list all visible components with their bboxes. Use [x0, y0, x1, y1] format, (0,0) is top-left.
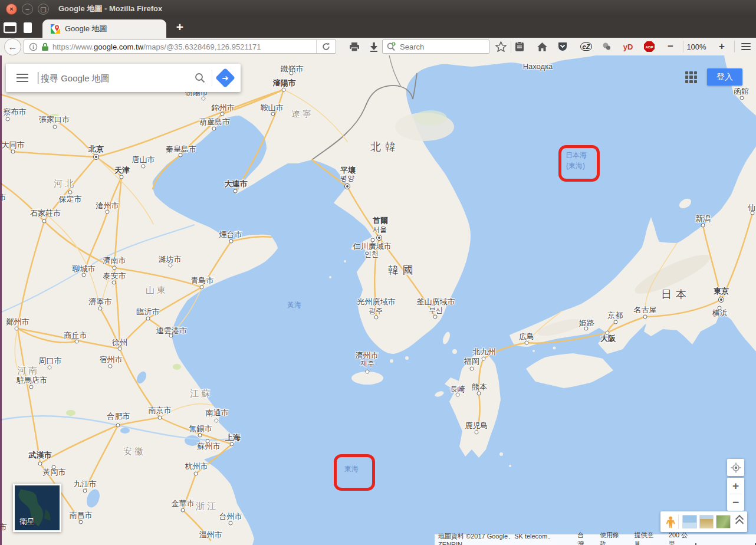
site-info-icon[interactable]	[29, 42, 38, 51]
capital-marker	[718, 297, 724, 303]
city-marker	[206, 439, 210, 444]
window-titlebar: × – ▢ Google 地圖 - Mozilla Firefox	[0, 0, 756, 18]
map-label: 駐馬店市	[17, 375, 47, 386]
page-icon[interactable]	[21, 22, 34, 34]
search-input[interactable]	[399, 42, 489, 52]
map-label: Находка	[523, 62, 553, 71]
zoom-in-button[interactable]: +	[714, 39, 729, 54]
my-location-button[interactable]	[727, 459, 744, 476]
bookmarks-menu-icon[interactable]	[512, 39, 527, 54]
city-marker	[15, 327, 19, 331]
url-bar[interactable]: https://www.google.com.tw/maps/@35.63284…	[24, 40, 336, 54]
url-scheme: https://www.	[52, 42, 94, 51]
city-marker	[109, 365, 113, 369]
city-marker	[470, 367, 474, 371]
map-label: 南通市	[206, 408, 229, 418]
adblock-plus-icon[interactable]: ABP	[642, 39, 657, 54]
city-marker	[212, 127, 216, 131]
city-marker	[215, 419, 219, 423]
map-label: 上海	[225, 432, 241, 443]
collapse-chevron-icon[interactable]	[737, 518, 742, 526]
city-marker	[116, 423, 120, 428]
city-marker	[52, 465, 56, 470]
city-marker	[146, 317, 150, 321]
maps-search-icon[interactable]	[194, 72, 206, 84]
download-icon[interactable]	[366, 39, 382, 54]
session-extension-icon[interactable]	[599, 39, 614, 54]
city-marker	[194, 472, 198, 476]
menu-hamburger-icon[interactable]	[738, 39, 754, 54]
city-marker	[75, 340, 79, 344]
map-label: 九江市	[74, 479, 97, 490]
google-apps-grid-icon[interactable]	[685, 71, 697, 83]
city-marker	[477, 392, 481, 396]
browser-window-icon[interactable]	[4, 22, 17, 34]
map-label: 宿州市	[100, 354, 123, 365]
annotation-red-box	[558, 145, 600, 182]
home-icon[interactable]	[534, 39, 550, 54]
zoom-level[interactable]: 100%	[685, 39, 708, 54]
text-caret	[38, 72, 38, 84]
sign-in-button[interactable]: 登入	[707, 68, 742, 86]
city-marker	[643, 315, 647, 319]
city-marker	[53, 125, 57, 129]
satellite-view-toggle[interactable]: 衛星	[13, 484, 61, 532]
window-minimize-button[interactable]: –	[22, 4, 33, 15]
city-marker	[42, 219, 47, 224]
city-marker	[234, 189, 238, 193]
bookmark-star-icon[interactable]	[493, 39, 508, 54]
imagery-thumbnail[interactable]	[716, 515, 731, 528]
new-tab-button[interactable]: +	[172, 20, 188, 34]
city-marker	[221, 112, 225, 116]
imagery-thumbnail[interactable]	[699, 515, 714, 528]
print-icon[interactable]	[347, 39, 362, 54]
region-link[interactable]: 台灣	[577, 531, 589, 545]
city-marker	[142, 165, 146, 169]
yd-extension-icon[interactable]: yD	[620, 39, 636, 54]
map-label: 南京市	[149, 405, 172, 416]
maps-search-card[interactable]: ➜	[6, 64, 241, 92]
city-marker	[6, 117, 10, 122]
pegman-icon[interactable]	[665, 514, 676, 530]
https-lock-icon[interactable]	[41, 42, 49, 51]
maps-search-input[interactable]	[40, 73, 194, 84]
city-marker	[181, 508, 185, 513]
city-marker	[229, 239, 234, 244]
map-zoom-out-button[interactable]: −	[727, 494, 744, 510]
search-engine-icon[interactable]	[386, 42, 397, 51]
terms-link[interactable]: 使用條款	[600, 531, 623, 545]
map-label: 瀋陽市	[273, 78, 296, 88]
imagery-thumbnail[interactable]	[682, 515, 697, 528]
maps-menu-icon[interactable]	[17, 71, 28, 84]
zoom-out-button[interactable]: −	[663, 39, 678, 54]
map-zoom-in-button[interactable]: +	[727, 478, 744, 494]
map-label: 山東	[146, 285, 168, 296]
map-label: 日本	[661, 287, 691, 301]
navigation-toolbar: ← https://www.google.com.tw/maps/@35.632…	[0, 38, 756, 56]
back-button[interactable]: ←	[4, 38, 21, 55]
tab-google-maps[interactable]: Google 地圖	[42, 19, 166, 38]
reload-icon[interactable]	[322, 42, 330, 51]
browser-search-box[interactable]	[382, 40, 489, 54]
city-marker	[29, 385, 34, 389]
map-canvas[interactable]: 察布市張家口市大同市北京唐山市秦皇島市天津保定市滄州市石家莊市市聊城市濟南市泰安…	[0, 55, 756, 545]
pocket-icon[interactable]	[555, 39, 570, 54]
city-marker	[751, 211, 755, 215]
city-marker	[106, 210, 110, 214]
city-marker	[38, 462, 42, 466]
feedback-link[interactable]: 提供意見	[634, 531, 658, 545]
directions-button[interactable]: ➜	[215, 68, 235, 88]
map-label: 溫州市	[199, 530, 222, 540]
city-marker	[179, 153, 183, 157]
city-marker	[456, 393, 460, 397]
city-marker	[82, 273, 86, 277]
window-maximize-button[interactable]: ▢	[38, 4, 49, 15]
city-marker	[525, 341, 529, 345]
window-close-button[interactable]: ×	[6, 4, 17, 15]
map-label: 浙江	[196, 501, 218, 512]
street-view-bar	[660, 511, 747, 532]
ez-extension-icon[interactable]: eZ	[578, 39, 594, 54]
city-marker	[118, 347, 122, 351]
map-label: 大阪	[600, 333, 616, 344]
map-label: 葫蘆島市	[199, 117, 230, 127]
